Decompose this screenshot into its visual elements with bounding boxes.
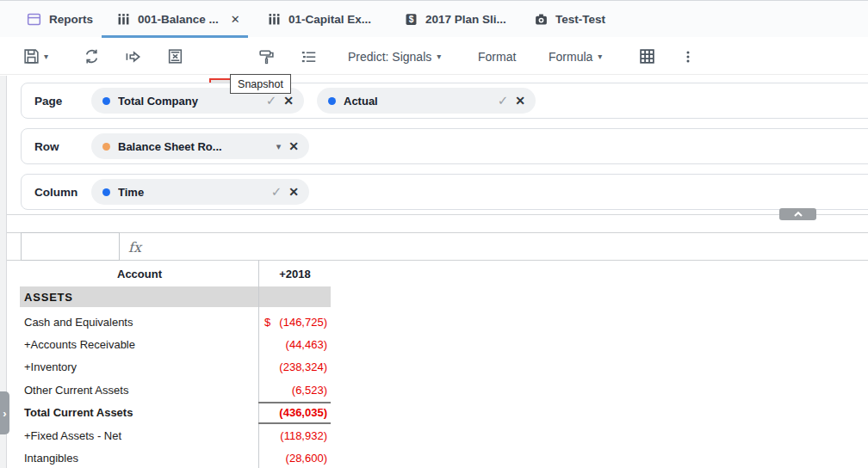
snapshot-tooltip: Snapshot (230, 74, 291, 94)
dimension-dot (102, 97, 110, 105)
tab-balance-sheet[interactable]: 001-Balance ... ✕ (116, 1, 240, 37)
tab-reports[interactable]: Reports (26, 1, 93, 37)
predict-signals-dropdown[interactable]: Predict: Signals ▾ (348, 38, 441, 75)
fx-icon: fx (128, 234, 141, 260)
sheet-icon (267, 12, 282, 27)
fx-glyph: fx (128, 239, 141, 256)
row-label: Intangibles (20, 452, 78, 465)
close-icon[interactable]: ✕ (283, 94, 294, 108)
kebab-menu-icon (680, 48, 696, 65)
chip-label: Total Company (118, 95, 266, 108)
format-painter-button[interactable] (254, 38, 278, 75)
advance-button[interactable] (121, 38, 145, 75)
chip-label: Balance Sheet Ro... (118, 140, 276, 153)
grid-rows: Cash and Equivalents $ (146,725) +Accoun… (20, 307, 331, 468)
tab-bar: Reports 001-Balance ... ✕ 01-Capital Ex.… (0, 0, 868, 37)
tab-label: Test-Test (555, 13, 605, 26)
svg-text:$: $ (409, 14, 414, 23)
tab-label: 01-Capital Ex... (288, 13, 371, 26)
dollar-icon: $ (404, 12, 418, 27)
camera-icon (534, 12, 549, 27)
value-cell[interactable]: (118,932) (258, 424, 331, 446)
dimension-chip-balance-sheet-rows[interactable]: Balance Sheet Ro... ▾ ✕ (91, 133, 309, 159)
close-icon[interactable]: ✕ (231, 13, 240, 26)
close-icon[interactable]: ✕ (288, 185, 299, 199)
sheet-icon (116, 12, 131, 27)
cell-value: (238,324) (258, 360, 331, 373)
chip-label: Actual (344, 95, 498, 108)
tab-label: 2017 Plan Sli... (425, 13, 506, 26)
chevron-down-icon: ▾ (598, 52, 602, 61)
tab-label: 001-Balance ... (138, 13, 219, 26)
cell-value: (118,932) (258, 429, 331, 442)
refresh-button[interactable] (79, 38, 103, 75)
value-cell[interactable]: $ (146,725) (258, 311, 331, 333)
table-row: Intangibles (28,600) (20, 446, 331, 468)
cell-value: (6,523) (258, 384, 331, 397)
table-row: Cash and Equivalents $ (146,725) (20, 311, 331, 333)
row-dimension-panel: Row Balance Sheet Ro... ▾ ✕ (21, 128, 868, 164)
formula-dropdown[interactable]: Formula ▾ (549, 38, 602, 75)
row-label: +Accounts Receivable (20, 338, 135, 351)
value-cell[interactable]: (44,463) (258, 333, 331, 355)
value-cell[interactable]: (6,523) (258, 379, 331, 401)
export-to-excel-icon (166, 47, 184, 65)
table-row: +Inventory (238,324) (20, 356, 331, 379)
refresh-icon (83, 47, 101, 65)
close-icon[interactable]: ✕ (515, 94, 525, 108)
snapshot-tooltip-text: Snapshot (238, 78, 283, 90)
section-header-value-cell (259, 286, 331, 307)
tab-plan-slides[interactable]: $ 2017 Plan Sli... (404, 1, 506, 37)
chevron-down-icon[interactable]: ▾ (276, 141, 282, 152)
display-options-button[interactable] (295, 38, 321, 75)
grid-view-button[interactable] (634, 38, 660, 75)
row-label: Other Current Assets (20, 384, 128, 397)
cell-value: (436,035) (258, 406, 331, 419)
sidebar-expander-handle[interactable]: › (0, 391, 9, 434)
dimension-chip-time[interactable]: Time ✓ ✕ (91, 179, 309, 205)
close-icon[interactable]: ✕ (288, 139, 299, 153)
chevron-down-icon: ▾ (44, 52, 48, 61)
row-label: Total Current Assets (20, 406, 133, 419)
toolbar: ▾ (0, 38, 868, 75)
tab-capital-expense[interactable]: 01-Capital Ex... (267, 1, 371, 37)
section-header-assets: ASSETS (20, 286, 258, 307)
value-cell[interactable]: (436,035) (258, 402, 331, 424)
table-row: +Accounts Receivable (44,463) (20, 333, 331, 355)
format-button[interactable]: Format (478, 38, 516, 75)
column-header-2018[interactable]: +2018 (259, 261, 331, 286)
cell-reference-box[interactable] (21, 232, 120, 261)
more-options-button[interactable] (677, 38, 699, 75)
value-cell[interactable]: (238,324) (258, 356, 331, 379)
reports-icon (26, 11, 42, 28)
dimension-dot (102, 188, 110, 196)
currency-symbol: $ (264, 316, 270, 329)
column-dimension-panel: Column Time ✓ ✕ (21, 174, 868, 210)
table-row-total: Total Current Assets (436,035) (20, 402, 331, 424)
tab-test-test[interactable]: Test-Test (534, 1, 605, 37)
display-options-icon (299, 47, 318, 66)
check-icon[interactable]: ✓ (498, 93, 509, 108)
save-button[interactable]: ▾ (17, 38, 53, 75)
cell-value: (28,600) (258, 452, 331, 465)
dimension-chip-actual[interactable]: Actual ✓ ✕ (317, 88, 536, 114)
export-to-excel-button[interactable] (163, 38, 187, 75)
formula-input[interactable] (146, 233, 861, 260)
row-label: +Fixed Assets - Net (20, 429, 121, 442)
advance-arrow-icon (123, 47, 142, 66)
chevron-down-icon: ▾ (437, 52, 441, 61)
chevron-up-icon (792, 210, 804, 219)
column-header-account[interactable]: Account (21, 261, 258, 286)
page-label: Page (22, 95, 91, 108)
cell-value: (44,463) (258, 338, 331, 351)
dimension-dot (102, 143, 110, 151)
value-cell[interactable]: (28,600) (258, 446, 331, 468)
chip-label: Time (118, 186, 271, 199)
row-label: Cash and Equivalents (20, 316, 133, 329)
formula-label: Formula (549, 50, 592, 64)
check-icon[interactable]: ✓ (271, 184, 282, 200)
collapse-filters-button[interactable] (779, 208, 816, 220)
check-icon[interactable]: ✓ (266, 93, 277, 108)
table-row: Other Current Assets (6,523) (20, 379, 331, 401)
table-row: +Fixed Assets - Net (118,932) (20, 424, 331, 446)
